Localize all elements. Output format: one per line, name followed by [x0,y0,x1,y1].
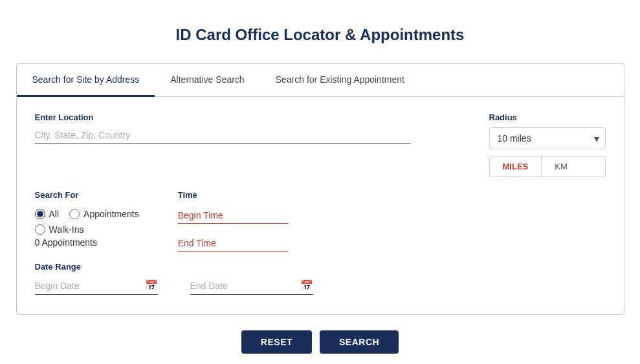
date-row: 📅 📅 [35,277,606,295]
date-range-section: Date Range 📅 📅 [35,262,606,295]
tab-bar: Search for Site by Address Alternative S… [17,64,624,97]
card-body: Enter Location Radius 10 miles 25 miles … [17,97,624,314]
tab-alternative-search[interactable]: Alternative Search [155,64,259,97]
radius-label: Radius [489,112,606,122]
radio-appointments-label[interactable]: Appointments [69,209,139,219]
radio-walkIns[interactable] [35,224,45,235]
unit-toggle: MILES KM [489,156,606,177]
search-for-section: Search For All Appointments Walk-Ins [35,190,606,252]
radio-row-top: All Appointments [35,209,139,219]
radius-select-wrapper: 10 miles 25 miles 50 miles 100 miles ▾ [489,127,606,149]
footer-buttons: RESET SEARCH [241,330,399,354]
tab-existing-appointment[interactable]: Search for Existing Appointment [260,64,420,97]
begin-time-input[interactable] [178,208,288,224]
location-radius-row: Enter Location Radius 10 miles 25 miles … [35,112,606,177]
radio-appointments[interactable] [69,209,80,219]
search-button[interactable]: SEARCH [320,330,399,354]
main-card: Search for Site by Address Alternative S… [16,63,624,315]
location-field-group: Enter Location [35,112,410,144]
date-range-label: Date Range [35,262,606,272]
km-button[interactable]: KM [542,156,580,177]
end-date-input[interactable] [190,281,287,291]
calendar-icon-begin[interactable]: 📅 [145,279,158,292]
end-date-field: 📅 [190,277,313,295]
time-label: Time [178,190,288,200]
radio-walkIns-label[interactable]: Walk-Ins [35,224,84,235]
location-label: Enter Location [35,112,410,122]
tab-search-address[interactable]: Search for Site by Address [17,64,155,97]
begin-date-field: 📅 [35,277,158,295]
miles-button[interactable]: MILES [490,156,542,177]
location-input[interactable] [35,127,410,144]
radius-group: Radius 10 miles 25 miles 50 miles 100 mi… [489,112,606,177]
radio-all[interactable] [35,209,45,219]
radio-all-text: All [49,209,60,219]
reset-button[interactable]: RESET [241,330,312,354]
radio-all-label[interactable]: All [35,209,60,219]
begin-date-input[interactable] [35,281,132,291]
search-for-label: Search For [35,190,139,200]
search-for-group: Search For All Appointments Walk-Ins [35,190,139,248]
time-group: Time [178,190,288,252]
calendar-icon-end[interactable]: 📅 [300,279,313,292]
appointments-count: 0 Appointments [35,237,139,248]
end-time-input[interactable] [178,235,288,252]
radio-row-bottom: Walk-Ins [35,224,139,235]
radio-appointments-text: Appointments [83,209,139,219]
radio-walkIns-text: Walk-Ins [49,224,84,235]
radius-select[interactable]: 10 miles 25 miles 50 miles 100 miles [489,127,606,149]
page-title: ID Card Office Locator & Appointments [176,26,465,44]
